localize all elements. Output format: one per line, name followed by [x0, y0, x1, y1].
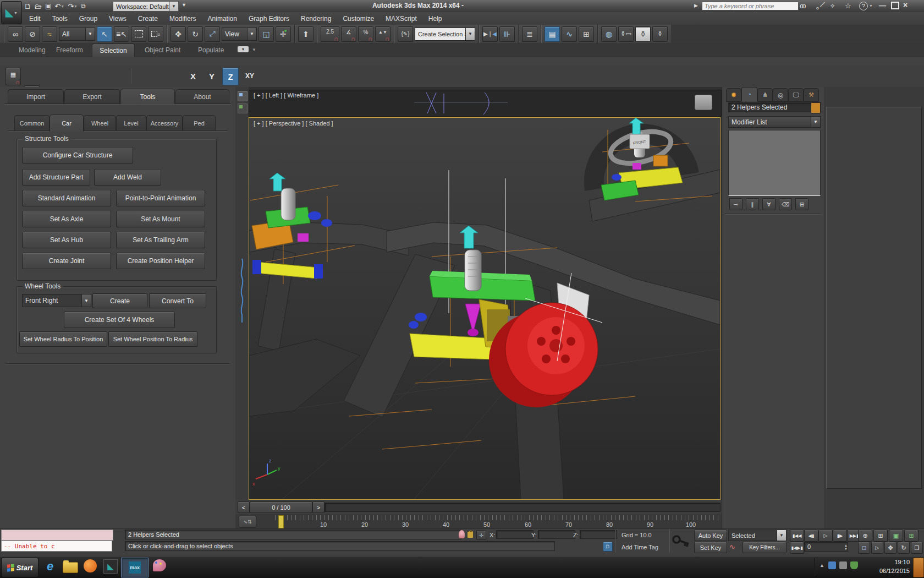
use-pivot-point-center-icon[interactable]: ◱: [258, 26, 274, 42]
viewport-layout-icon[interactable]: [238, 91, 248, 101]
rectangular-selection-region-icon[interactable]: [131, 26, 146, 42]
zoom-viewport-icon[interactable]: ⊕: [858, 530, 872, 542]
script-tab-export[interactable]: Export: [64, 89, 120, 103]
modifier-stack[interactable]: [728, 130, 821, 196]
graphite-modeling-ribbon-toggle-icon[interactable]: ▤: [544, 26, 560, 42]
taskbar-ie-icon[interactable]: e: [43, 559, 57, 574]
object-color-swatch[interactable]: [811, 102, 821, 113]
named-selection-sets-dropdown[interactable]: Create Selection Se ▼: [415, 28, 475, 41]
current-frame-marker[interactable]: [278, 515, 284, 528]
play-animation-button[interactable]: ▷: [818, 530, 833, 542]
orbit-view-icon[interactable]: ↻: [898, 542, 910, 554]
set-as-mount-button[interactable]: Set As Mount: [116, 211, 205, 227]
ribbon-tab-selection[interactable]: Selection: [92, 43, 135, 57]
reference-coordinate-system-dropdown[interactable]: View ▼: [222, 28, 257, 41]
time-tag-icon[interactable]: 🗋: [603, 542, 613, 552]
layout-tab-scribble[interactable]: [239, 258, 245, 324]
select-and-link-icon[interactable]: ∞: [8, 26, 23, 42]
nav-flyout-icon[interactable]: ▷: [871, 542, 883, 554]
time-slider-handle[interactable]: 0 / 100: [250, 501, 312, 513]
wheel-position-dropdown[interactable]: Front Right ▼: [22, 294, 91, 307]
default-in-out-tangent-icon[interactable]: ∿: [729, 543, 735, 551]
command-panel-tab-hierarchy[interactable]: ⋔: [757, 88, 773, 102]
named-selection-arrow-icon[interactable]: ▼: [465, 28, 475, 40]
current-frame-field[interactable]: 0: [804, 542, 848, 552]
isolate-selection-bulb-icon[interactable]: [459, 530, 465, 538]
edit-named-selection-sets-icon[interactable]: {✎}: [398, 26, 413, 42]
command-panel-tab-create[interactable]: ✹: [726, 88, 741, 102]
ribbon-options-icon[interactable]: ▼: [238, 46, 249, 52]
app-logo-button[interactable]: ◣ ▼: [1, 1, 22, 24]
category-tab-car[interactable]: Car: [50, 114, 84, 132]
layer-manager-icon[interactable]: ≣: [522, 26, 537, 42]
spinner-snap-toggle-icon[interactable]: ▲▼∩: [375, 26, 391, 42]
command-panel-tab-utilities[interactable]: ⚒: [804, 88, 819, 102]
script-tab-about[interactable]: About: [175, 89, 229, 103]
menu-animation[interactable]: Animation: [204, 14, 241, 24]
unlink-selection-icon[interactable]: ⊘: [25, 26, 40, 42]
show-desktop-button[interactable]: [913, 558, 924, 577]
minimize-window-icon[interactable]: —: [879, 1, 886, 9]
x-coord-field[interactable]: [496, 530, 534, 539]
wheel-create-button[interactable]: Create: [92, 293, 147, 308]
set-wheel-position-to-radius-button[interactable]: Set Wheel Position To Radius: [108, 331, 197, 347]
taskbar-media-player-icon[interactable]: [84, 559, 97, 572]
favorites-star-icon[interactable]: ☆: [845, 2, 851, 10]
viewport-perspective-shaded[interactable]: FRONT: [249, 117, 721, 500]
command-panel-tab-motion[interactable]: ◎: [773, 88, 788, 102]
bind-to-space-warp-icon[interactable]: ≈: [42, 26, 57, 42]
communication-center-icon[interactable]: ⟡: [831, 2, 835, 9]
workspace-flyout-icon[interactable]: ▼: [182, 2, 186, 8]
rendered-frame-window-icon[interactable]: ⚱▭: [618, 26, 634, 42]
key-mode-toggle-button[interactable]: ▮◀▶▮: [790, 542, 804, 554]
key-mode-dropdown[interactable]: Selected ▼: [728, 530, 787, 541]
workspace-dropdown-arrow-icon[interactable]: ▼: [169, 2, 178, 11]
help-dropdown-arrow-icon[interactable]: ▼: [869, 4, 873, 8]
curve-editor-icon[interactable]: ∿: [562, 26, 577, 42]
render-production-icon[interactable]: ⚱: [635, 26, 651, 42]
create-position-helper-button[interactable]: Create Position Helper: [116, 253, 205, 269]
ribbon-tab-modeling[interactable]: Modeling: [19, 46, 46, 54]
tray-up-arrow-icon[interactable]: ▲: [820, 563, 824, 568]
command-panel-tab-modify[interactable]: ◔: [741, 87, 757, 101]
select-and-manipulate-icon[interactable]: ✛: [276, 26, 291, 42]
time-slider-prev-frame-button[interactable]: <: [238, 501, 250, 513]
command-panel-tab-display[interactable]: 🖵: [788, 88, 804, 102]
next-frame-button[interactable]: ▮▶: [833, 530, 847, 542]
restore-window-icon[interactable]: [891, 2, 899, 9]
z-coord-field[interactable]: [580, 530, 617, 539]
ribbon-tab-freeform[interactable]: Freeform: [56, 46, 83, 54]
pan-view-hand-icon[interactable]: ✥: [884, 542, 897, 554]
tray-volume-icon[interactable]: [839, 561, 847, 569]
make-unique-icon[interactable]: ∀: [762, 198, 776, 210]
category-tab-wheel[interactable]: Wheel: [84, 115, 116, 131]
key-filters-button[interactable]: Key Filters...: [743, 542, 787, 553]
search-expand-icon[interactable]: ▶: [694, 3, 698, 8]
key-mode-arrow-icon[interactable]: ▼: [777, 530, 786, 541]
standard-animation-button[interactable]: Standard Animation: [22, 190, 111, 206]
previous-frame-button[interactable]: ◀▮: [804, 530, 818, 542]
menu-create[interactable]: Create: [134, 14, 162, 24]
keyboard-shortcut-override-icon[interactable]: ⬆: [298, 26, 314, 42]
window-crossing-icon[interactable]: ▫: [148, 26, 163, 42]
absolute-offset-toggle-icon[interactable]: ✛: [476, 530, 486, 540]
add-time-tag-label[interactable]: Add Time Tag: [622, 544, 658, 550]
selection-lock-icon[interactable]: [468, 532, 473, 538]
auto-key-button[interactable]: Auto Key: [694, 530, 727, 541]
taskbar-folder-icon[interactable]: [63, 562, 78, 573]
menu-group[interactable]: Group: [75, 14, 101, 24]
select-and-move-icon[interactable]: ✥: [170, 26, 186, 42]
search-icon[interactable]: oo: [800, 2, 804, 10]
axis-constraint-z[interactable]: Z: [222, 68, 239, 85]
go-to-start-button[interactable]: ▮◀◀: [790, 530, 804, 542]
taskbar-clock[interactable]: 19:10 06/12/2015: [867, 558, 910, 576]
keyword-search-input[interactable]: [702, 2, 799, 10]
render-setup-icon[interactable]: ◍: [601, 26, 617, 42]
render-iterative-icon[interactable]: ⚱: [652, 26, 668, 42]
taskbar-3dsmax-icon[interactable]: ◣: [103, 559, 118, 574]
axis-constraint-xy-plane[interactable]: XY: [242, 68, 257, 84]
pin-stack-icon[interactable]: ⊸: [729, 198, 743, 210]
menu-customize[interactable]: Customize: [339, 14, 378, 24]
wheel-position-arrow-icon[interactable]: ▼: [81, 295, 91, 307]
taskbar-paint-palette-icon[interactable]: [153, 559, 166, 571]
